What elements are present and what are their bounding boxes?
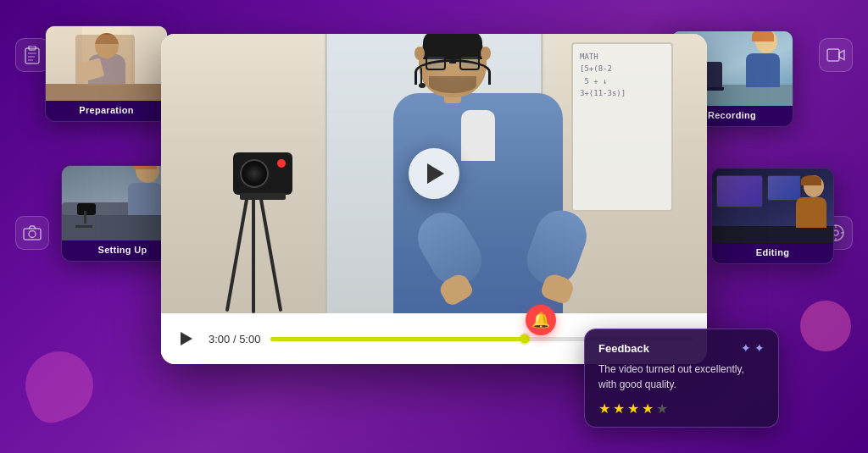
star-5: ★	[656, 401, 668, 417]
float-icon-video	[819, 38, 853, 72]
progress-indicator	[520, 334, 529, 344]
card-preparation: Preparation	[45, 25, 168, 122]
notification-bell[interactable]: 🔔	[526, 305, 556, 335]
star-2: ★	[613, 401, 625, 417]
control-play-icon	[181, 332, 192, 345]
svg-rect-7	[827, 49, 839, 61]
star-4: ★	[642, 401, 654, 417]
video-player: MATH [5+(8-2 5 + ↓ 3+(11-3s)]	[161, 34, 707, 364]
card-preparation-label: Preparation	[46, 101, 167, 121]
float-icon-clipboard	[15, 38, 49, 72]
feedback-text: The video turned out excellently, with g…	[598, 362, 765, 392]
star-rating: ★ ★ ★ ★ ★	[598, 401, 765, 417]
video-content: MATH [5+(8-2 5 + ↓ 3+(11-3s)]	[161, 34, 707, 313]
background-blob-left	[16, 342, 103, 429]
card-editing: Editing	[711, 168, 834, 264]
feedback-title: Feedback	[598, 342, 649, 355]
presenter	[368, 51, 588, 313]
star-1: ★	[598, 401, 610, 417]
svg-point-6	[29, 231, 36, 238]
feedback-header: Feedback ✦ ✦	[598, 341, 765, 355]
star-3: ★	[627, 401, 639, 417]
sparkles-icon: ✦ ✦	[741, 341, 765, 355]
bell-icon: 🔔	[531, 311, 550, 329]
card-editing-label: Editing	[712, 243, 833, 263]
background-blob-right	[800, 301, 851, 351]
progress-fill	[270, 337, 524, 341]
play-button[interactable]	[409, 148, 459, 199]
camera-tripod	[212, 127, 314, 313]
control-play-button[interactable]	[175, 327, 198, 351]
play-icon	[427, 163, 444, 184]
time-display: 3:00 / 5:00	[209, 333, 260, 345]
feedback-card: Feedback ✦ ✦ The video turned out excell…	[584, 329, 779, 428]
float-icon-camera	[15, 216, 49, 250]
